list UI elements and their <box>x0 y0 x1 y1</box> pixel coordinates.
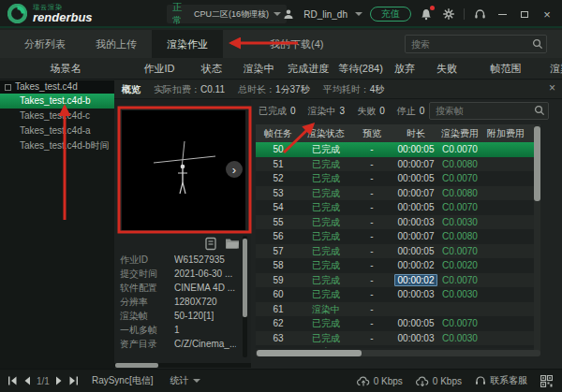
next-page-icon[interactable] <box>55 376 63 385</box>
overview-metric: 总时长：1分37秒 <box>238 83 310 96</box>
frame-id-cell: 55 <box>256 215 301 230</box>
frame-table-body: 50 已完成 - 00:00:05 C0.0070 51 已完成 - 00:00… <box>256 142 540 348</box>
frame-preview-cell: - <box>351 258 392 273</box>
headset-icon <box>475 375 486 386</box>
frame-extra-cost-cell <box>481 215 531 230</box>
frame-cost-cell: C0.0070 <box>439 273 481 288</box>
maximize-button[interactable] <box>517 7 532 22</box>
frame-duration-cell: 00:00:07 <box>392 157 439 172</box>
frame-id-cell: 61 <box>256 302 301 317</box>
last-page-icon[interactable] <box>68 376 79 385</box>
frame-extra-cost-cell <box>481 171 531 186</box>
frame-row[interactable]: 55 已完成 - 00:00:03 C0.0030 <box>256 215 540 230</box>
scene-item-list: Takes_test.c4d-bTakes_test.c4d-cTakes_te… <box>0 94 114 153</box>
frame-preview-cell: - <box>351 157 392 172</box>
frame-row[interactable]: 56 已完成 - 00:00:07 C0.0080 <box>256 229 540 244</box>
stats-dropdown[interactable]: 统计 <box>170 374 200 387</box>
frame-row[interactable]: 51 已完成 - 00:00:07 C0.0080 <box>256 157 540 172</box>
frame-row[interactable]: 64 已完成 - 00:00:05 C0.0070 <box>256 345 540 348</box>
frame-id-cell: 50 <box>256 142 301 157</box>
username-label[interactable]: RD_lin_dh <box>303 9 348 20</box>
user-menu-chevron-icon[interactable] <box>355 12 362 16</box>
user-avatar-icon[interactable] <box>281 7 296 22</box>
frame-cost-cell: C0.0070 <box>439 244 481 259</box>
close-button[interactable]: × <box>540 7 555 22</box>
frame-id-cell: 51 <box>256 157 301 172</box>
tab[interactable]: 我的下载(4) <box>255 30 338 58</box>
frame-duration-cell: 00:00:07 <box>392 229 439 244</box>
frame-horizontal-scrollbar[interactable] <box>256 350 540 356</box>
search-icon[interactable] <box>534 105 545 116</box>
scene-root-item[interactable]: Takes_test.c4d <box>0 80 114 94</box>
frame-column-header: 附加费用 <box>481 124 531 142</box>
transfer-engine-label[interactable]: RaySync[电信] <box>92 374 154 387</box>
scene-item[interactable]: Takes_test.c4d-b <box>0 94 114 109</box>
qr-code-icon[interactable] <box>540 375 553 387</box>
chevron-down-icon <box>274 12 281 16</box>
frame-id-cell: 56 <box>256 229 301 244</box>
search-input[interactable] <box>405 35 547 53</box>
minimize-button[interactable] <box>495 7 510 22</box>
recharge-button[interactable]: 充值 <box>370 7 411 22</box>
detail-field: 资产目录C/Z/Cinema_... <box>120 337 236 351</box>
frame-row[interactable]: 52 已完成 - 00:00:05 C0.0070 <box>256 171 540 186</box>
frame-row[interactable]: 57 已完成 - 00:00:05 C0.0070 <box>256 244 540 259</box>
next-frame-button[interactable]: › <box>226 161 243 178</box>
frame-extra-cost-cell <box>481 287 531 302</box>
first-page-icon[interactable] <box>7 376 18 385</box>
frame-row[interactable]: 61 渲染中 - <box>256 302 540 317</box>
scene-item[interactable]: Takes_test.c4d-a <box>0 123 114 138</box>
checkbox-icon[interactable] <box>5 84 11 91</box>
frame-cost-cell: C0.0080 <box>439 229 481 244</box>
job-column-header: 作业ID <box>131 58 187 80</box>
contact-support-button[interactable]: 联系客服 <box>475 374 527 387</box>
detail-field: 作业IDW61527935 <box>120 253 236 267</box>
open-folder-icon[interactable] <box>225 237 240 250</box>
prev-page-icon[interactable] <box>23 376 31 385</box>
frame-list-panel: 已完成0渲染中3失败0停止0 帧任务渲染状态预览时长渲染费用附加费用 50 已完… <box>251 99 562 369</box>
render-zone-select[interactable]: 正常 CPU二区(16物理核) <box>167 5 287 23</box>
notification-bell-icon[interactable] <box>419 7 434 22</box>
frame-row[interactable]: 50 已完成 - 00:00:05 C0.0070 <box>256 142 540 157</box>
frame-search-input[interactable] <box>429 102 549 120</box>
frame-preview-cell: - <box>351 200 392 215</box>
frame-duration-cell <box>392 302 439 317</box>
frame-status-cell: 已完成 <box>301 258 351 273</box>
frame-preview-cell: - <box>351 142 392 157</box>
title-bar: 瑞云渲染 renderbus 正常 CPU二区(16物理核) RD_lin_dh… <box>0 0 562 28</box>
tab[interactable]: 我的上传 <box>81 30 152 58</box>
job-column-header: 渲染中 <box>236 58 281 80</box>
frame-row[interactable]: 53 已完成 - 00:00:07 C0.0080 <box>256 186 540 201</box>
job-column-header: 状态 <box>187 58 236 80</box>
tab[interactable]: 渲染作业 <box>152 30 223 58</box>
search-icon[interactable] <box>532 38 543 50</box>
page-indicator: 1/1 <box>37 376 50 386</box>
frame-duration-cell: 00:00:03 <box>392 287 439 302</box>
gear-icon[interactable] <box>441 7 456 22</box>
log-note-icon[interactable] <box>204 237 217 251</box>
frame-row[interactable]: 63 已完成 - 00:00:03 C0.0030 <box>256 331 540 346</box>
frame-stat: 失败0 <box>357 105 385 118</box>
frame-status-cell: 已完成 <box>301 345 351 348</box>
frame-row[interactable]: 59 已完成 - 00:00:02 C0.0070 <box>256 273 540 288</box>
overview-metric: 实际扣费：C0.11 <box>154 83 225 96</box>
detail-vertical-scrollbar[interactable] <box>243 236 247 357</box>
tab[interactable]: 分析列表 <box>9 30 81 58</box>
detail-horizontal-scrollbar[interactable] <box>114 363 251 368</box>
close-icon[interactable]: × <box>549 81 555 94</box>
scene-item[interactable]: Takes_test.c4d-c <box>0 109 114 123</box>
frame-row[interactable]: 54 已完成 - 00:00:05 C0.0070 <box>256 200 540 215</box>
frame-row[interactable]: 60 已完成 - 00:00:03 C0.0030 <box>256 287 540 302</box>
overview-bar: 概览 实际扣费：C0.11总时长：1分37秒平均耗时：4秒 × <box>114 80 562 99</box>
zone-name-label: CPU二区(16物理核) <box>194 8 269 21</box>
frame-row[interactable]: 62 已完成 - 00:00:05 C0.0070 <box>256 316 540 331</box>
overview-metric: 平均耗时：4秒 <box>323 83 385 96</box>
frame-extra-cost-cell <box>481 157 531 172</box>
frame-cost-cell: C0.0070 <box>439 142 481 157</box>
frame-vertical-scrollbar[interactable] <box>534 124 540 356</box>
scene-item[interactable]: Takes_test.c4d-b时间 <box>0 138 114 153</box>
headset-icon[interactable] <box>472 7 487 22</box>
frame-extra-cost-cell <box>481 331 531 346</box>
frame-cost-cell: C0.0080 <box>439 157 481 172</box>
frame-row[interactable]: 58 已完成 - 00:00:02 C0.0020 <box>256 258 540 273</box>
